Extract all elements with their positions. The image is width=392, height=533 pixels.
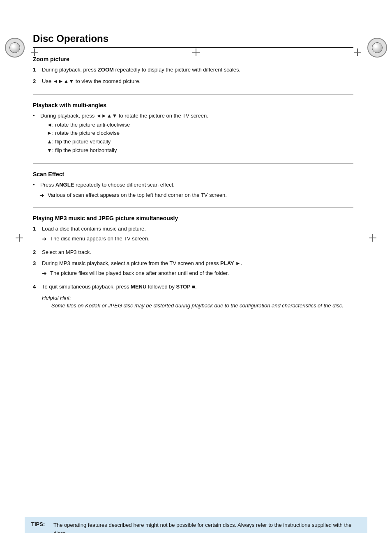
scan-bullet-1-content: Press ANGLE repeatedly to choose differe… — [40, 181, 353, 189]
scan-arrow-1: ➜ Various of scan effect appears on the … — [39, 191, 353, 200]
mp3-step-2-content: Select an MP3 track. — [42, 248, 353, 256]
section-title-scan: Scan Effect — [33, 171, 353, 178]
mp3-step-1: 1 Load a disc that contains music and pi… — [33, 225, 353, 245]
zoom-step-2-content: Use ◄►▲▼ to view the zoomed picture. — [42, 77, 353, 85]
mp3-step-1-arrow: ➜ The disc menu appears on the TV screen… — [42, 235, 353, 243]
sublist-item-1: ◄: rotate the picture anti-clockwise — [47, 121, 353, 129]
mp3-step-number-2: 2 — [33, 248, 39, 256]
main-content: Disc Operations Zoom picture 1 During pl… — [33, 33, 353, 314]
mp3-step-3-arrow: ➜ The picture files will be played back … — [42, 269, 353, 278]
mp3-step-2: 2 Select an MP3 track. — [33, 248, 353, 256]
stop-keyword: STOP ■ — [176, 284, 195, 290]
multiangles-bullet-1-content: During playback, press ◄►▲▼ to rotate th… — [40, 112, 353, 155]
arrow-symbol-3: ➜ — [42, 269, 48, 278]
section-multi-angles: Playback with multi-angles • During play… — [33, 102, 353, 164]
crosshair-top-right — [354, 48, 361, 56]
angle-keyword: ANGLE — [55, 182, 74, 188]
helpful-hint-items: – Some files on Kodak or JPEG disc may b… — [47, 302, 353, 309]
section-title-multiangles: Playback with multi-angles — [33, 102, 353, 108]
corner-deco-tr — [367, 38, 387, 58]
arrow-symbol-1: ➜ — [39, 191, 46, 200]
menu-keyword: MENU — [131, 284, 146, 290]
section-playing-mp3: Playing MP3 music and JPEG picture simul… — [33, 215, 353, 314]
mp3-step-number-1: 1 — [33, 225, 39, 233]
zoom-step-2: 2 Use ◄►▲▼ to view the zoomed picture. — [33, 77, 353, 85]
multiangles-bullet-1: • During playback, press ◄►▲▼ to rotate … — [33, 112, 353, 155]
mp3-step-number-3: 3 — [33, 259, 39, 268]
step-number-1: 1 — [33, 66, 39, 74]
helpful-hint: Helpful Hint: – Some files on Kodak or J… — [42, 295, 353, 309]
multiangles-sublist: ◄: rotate the picture anti-clockwise ►: … — [47, 121, 353, 155]
mp3-step-4-content: To quit simultaneous playback, press MEN… — [42, 283, 353, 291]
mp3-step-number-4: 4 — [33, 283, 39, 291]
crosshair-top-left — [31, 48, 38, 56]
zoom-step-1: 1 During playback, press ZOOM repeatedly… — [33, 66, 353, 74]
section-zoom-picture: Zoom picture 1 During playback, press ZO… — [33, 56, 353, 95]
section-title-mp3: Playing MP3 music and JPEG picture simul… — [33, 215, 353, 222]
corner-deco-tl — [5, 38, 25, 58]
helpful-hint-item-1: – Some files on Kodak or JPEG disc may b… — [47, 302, 353, 309]
sublist-item-2: ►: rotate the picture clockwise — [47, 129, 353, 138]
helpful-hint-label: Helpful Hint: — [42, 295, 353, 301]
mp3-step-3-arrow-content: The picture files will be played back on… — [50, 269, 353, 277]
scan-bullet-dot: • — [33, 181, 39, 189]
mp3-step-1-content: Load a disc that contains music and pict… — [42, 225, 353, 245]
sublist-item-3: ▲: flip the picture vertically — [47, 138, 353, 146]
zoom-steps: 1 During playback, press ZOOM repeatedly… — [33, 66, 353, 85]
step-number-2: 2 — [33, 77, 39, 85]
scan-bullet-1: • Press ANGLE repeatedly to choose diffe… — [33, 181, 353, 189]
crosshair-top-center — [192, 48, 200, 56]
tips-label: TIPS: — [31, 521, 49, 527]
sublist-item-4: ▼: flip the picture horizontally — [47, 146, 353, 155]
bullet-dot-1: • — [33, 112, 39, 120]
mp3-step-3-content: During MP3 music playback, select a pict… — [42, 259, 353, 279]
tips-box: TIPS: The operating features described h… — [25, 517, 367, 533]
section-scan-effect: Scan Effect • Press ANGLE repeatedly to … — [33, 171, 353, 208]
page: Disc Operations Zoom picture 1 During pl… — [0, 33, 392, 533]
mp3-step-4: 4 To quit simultaneous playback, press M… — [33, 283, 353, 291]
crosshair-mid-right — [369, 234, 376, 242]
section-title-zoom: Zoom picture — [33, 56, 353, 62]
zoom-keyword: ZOOM — [98, 67, 114, 73]
zoom-step-1-content: During playback, press ZOOM repeatedly t… — [42, 66, 353, 74]
mp3-step-1-arrow-content: The disc menu appears on the TV screen. — [50, 235, 353, 243]
play-keyword: PLAY ► — [220, 260, 241, 266]
arrow-symbol-2: ➜ — [42, 235, 48, 243]
crosshair-mid-left — [16, 234, 23, 242]
scan-arrow-1-content: Various of scan effect appears on the to… — [48, 191, 353, 199]
page-title: Disc Operations — [33, 33, 353, 48]
mp3-step-3: 3 During MP3 music playback, select a pi… — [33, 259, 353, 279]
tips-content: The operating features described here mi… — [53, 521, 361, 533]
